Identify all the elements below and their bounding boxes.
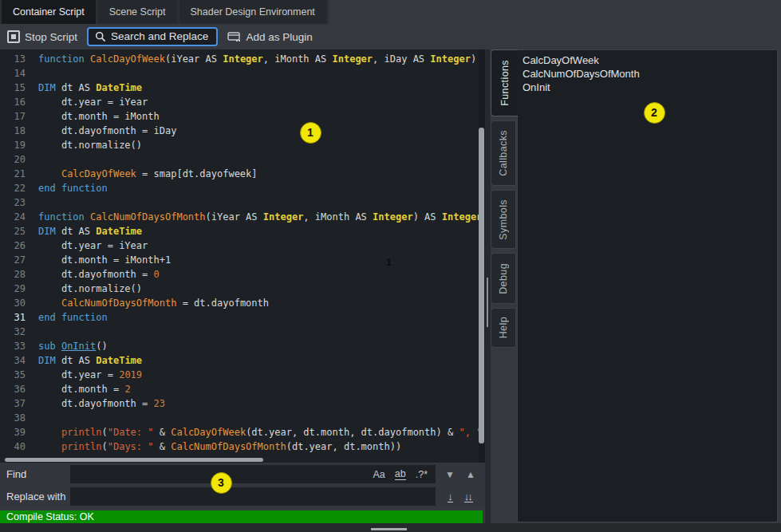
code-token: dt.dayofmonth = — [38, 269, 154, 280]
code-line-14[interactable]: 14 — [0, 66, 477, 81]
match-case-icon[interactable]: Aa — [373, 469, 385, 480]
code-editor[interactable]: 13function CalcDayOfWeek(iYear AS Intege… — [0, 49, 485, 463]
code-line-13[interactable]: 13function CalcDayOfWeek(iYear AS Intege… — [0, 52, 477, 66]
line-text: println("Date: " & CalcDayOfWeek(dt.year… — [38, 425, 482, 439]
code-token: function — [38, 53, 90, 65]
code-line-34[interactable]: 34DIM dt AS DateTime — [0, 353, 477, 368]
code-token: dt.month = iMonth — [38, 111, 160, 122]
code-line-19[interactable]: 19 dt.normalize() — [0, 138, 477, 152]
tab-shader-design-environment[interactable]: Shader Design Environment — [179, 0, 326, 24]
code-line-18[interactable]: 18 dt.dayofmonth = iDay — [0, 124, 477, 138]
line-text: println("Days: " & CalcNumOfDaysOfMonth(… — [38, 439, 401, 454]
tab-scene-script[interactable]: Scene Script — [98, 0, 177, 24]
find-next-button[interactable]: ▼ — [445, 469, 455, 480]
side-tab-functions[interactable]: Functions — [491, 49, 518, 116]
line-number: 23 — [0, 195, 26, 210]
function-list-item[interactable]: OnInit — [518, 81, 777, 94]
code-line-15[interactable]: 15DIM dt AS DateTime — [0, 81, 477, 95]
code-line-31[interactable]: 31end function — [0, 310, 477, 325]
code-line-28[interactable]: 28 dt.dayofmonth = 0 — [0, 267, 477, 282]
code-token: CalcDayOfWeek — [171, 427, 246, 438]
line-text: function CalcNumOfDaysOfMonth(iYear AS I… — [38, 210, 482, 224]
line-text: dt.normalize() — [38, 282, 142, 296]
code-token: , iMonth AS — [303, 211, 373, 223]
code-line-35[interactable]: 35 dt.year = 2019 — [0, 368, 477, 382]
line-text: dt.dayofmonth = iDay — [38, 124, 176, 138]
code-line-36[interactable]: 36 dt.month = 2 — [0, 382, 477, 396]
code-line-30[interactable]: 30 CalcNumOfDaysOfMonth = dt.dayofmonth — [0, 296, 477, 310]
code-token: CalcDayOfWeek — [90, 53, 165, 65]
code-line-29[interactable]: 29 dt.normalize() — [0, 282, 477, 296]
line-text: dt.year = iYear — [38, 95, 148, 109]
code-line-17[interactable]: 17 dt.month = iMonth — [0, 109, 477, 124]
find-previous-button[interactable]: ▲ — [466, 469, 475, 480]
code-token: end function — [38, 312, 108, 323]
annotation-marker-3: 3 — [211, 472, 232, 494]
code-token: dt AS — [56, 226, 97, 237]
code-line-39[interactable]: 39 println("Date: " & CalcDayOfWeek(dt.y… — [0, 425, 477, 439]
tab-container-script[interactable]: Container Script — [2, 0, 96, 24]
regex-icon[interactable]: .?* — [416, 469, 428, 480]
editor-panel-splitter[interactable] — [485, 49, 491, 523]
line-text: end function — [38, 181, 108, 195]
line-text: DIM dt AS DateTime — [38, 81, 142, 95]
code-token: DateTime — [96, 82, 142, 93]
code-line-32[interactable]: 32 — [0, 325, 477, 339]
editor-vertical-scrollbar[interactable] — [479, 49, 485, 463]
line-number: 28 — [0, 267, 26, 282]
replace-all-button[interactable]: ↓↓ — [464, 491, 473, 502]
replace-label: Replace with — [0, 491, 70, 502]
side-tab-symbols[interactable]: Symbols — [491, 190, 516, 249]
code-line-24[interactable]: 24function CalcNumOfDaysOfMonth(iYear AS… — [0, 210, 477, 224]
line-text: dt.dayofmonth = 0 — [38, 267, 160, 282]
line-text: dt.year = iYear — [38, 238, 148, 253]
side-tab-debug[interactable]: Debug — [491, 253, 516, 304]
splitter-handle[interactable] — [487, 278, 488, 327]
bottom-resize-handle[interactable] — [371, 528, 407, 530]
code-line-22[interactable]: 22end function — [0, 181, 477, 195]
code-line-25[interactable]: 25DIM dt AS DateTime — [0, 224, 477, 238]
code-line-21[interactable]: 21 CalcDayOfWeek = smap[dt.dayofweek] — [0, 167, 477, 181]
line-number: 36 — [0, 382, 26, 396]
code-line-27[interactable]: 27 dt.month = iMonth+1 — [0, 253, 477, 267]
line-number: 27 — [0, 253, 26, 267]
code-line-16[interactable]: 16 dt.year = iYear — [0, 95, 477, 109]
editor-horizontal-scrollbar-thumb[interactable] — [5, 458, 263, 462]
annotation-marker-1: 1 — [300, 122, 321, 144]
function-list-item[interactable]: CalcDayOfWeek — [518, 53, 777, 67]
line-text: dt.normalize() — [38, 138, 142, 152]
code-line-37[interactable]: 37 dt.dayofmonth = 23 — [0, 396, 477, 411]
editor-column: 13function CalcDayOfWeek(iYear AS Intege… — [0, 49, 485, 523]
main-area: 13function CalcDayOfWeek(iYear AS Intege… — [0, 49, 781, 523]
replace-input[interactable] — [70, 487, 436, 506]
line-number: 20 — [0, 152, 26, 167]
code-token: dt.dayofmonth = — [38, 398, 154, 409]
code-line-38[interactable]: 38 — [0, 411, 477, 425]
code-line-26[interactable]: 26 dt.year = iYear — [0, 238, 477, 253]
stop-script-button[interactable]: Stop Script — [7, 30, 77, 43]
code-token: , iMonth AS — [263, 53, 333, 65]
side-tab-callbacks[interactable]: Callbacks — [491, 120, 516, 186]
top-tab-bar: Container ScriptScene ScriptShader Desig… — [0, 0, 781, 24]
code-token: CalcNumOfDaysOfMonth — [171, 441, 286, 452]
vertical-scrollbar-thumb[interactable] — [479, 128, 484, 443]
add-as-plugin-button[interactable]: Add as Plugin — [227, 31, 312, 43]
code-token: ) AS — [413, 211, 442, 223]
code-lines: 13function CalcDayOfWeek(iYear AS Intege… — [0, 52, 477, 454]
whole-word-icon[interactable]: ab — [395, 468, 406, 480]
search-and-replace-button[interactable]: Search and Replace — [87, 27, 218, 46]
side-tab-help[interactable]: Help — [491, 308, 516, 348]
code-line-20[interactable]: 20 — [0, 152, 477, 167]
line-text: dt.month = iMonth — [38, 109, 160, 124]
code-token: dt AS — [56, 82, 97, 93]
line-text: dt.month = 2 — [38, 382, 131, 396]
code-line-23[interactable]: 23 — [0, 195, 477, 210]
replace-one-button[interactable]: ↓ — [448, 491, 453, 502]
function-list-item[interactable]: CalcNumOfDaysOfMonth — [518, 67, 777, 81]
plugin-icon — [227, 31, 241, 42]
code-line-40[interactable]: 40 println("Days: " & CalcNumOfDaysOfMon… — [0, 439, 477, 454]
code-line-33[interactable]: 33sub OnInit() — [0, 339, 477, 353]
find-input[interactable]: Aa ab .?* — [70, 465, 436, 483]
stop-icon — [7, 30, 20, 43]
side-tab-label: Help — [498, 317, 509, 338]
